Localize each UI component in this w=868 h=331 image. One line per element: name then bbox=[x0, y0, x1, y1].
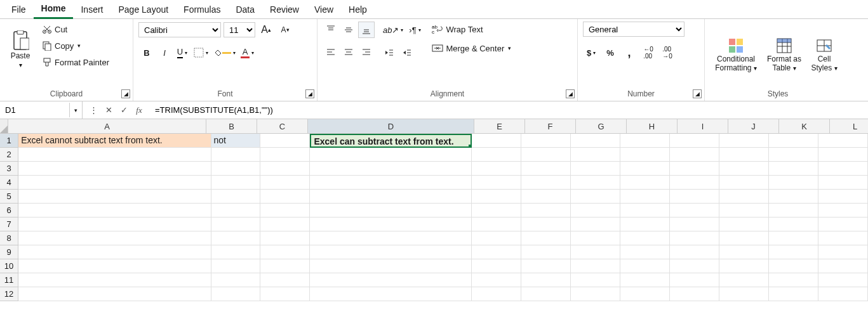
tab-review[interactable]: Review bbox=[262, 1, 307, 18]
decrease-indent-button[interactable] bbox=[381, 44, 397, 61]
cell-L10[interactable] bbox=[818, 259, 868, 273]
cell-B8[interactable] bbox=[211, 231, 261, 245]
tab-view[interactable]: View bbox=[307, 1, 341, 18]
cell-A1[interactable]: Excel cannot subtract text from text. bbox=[18, 134, 211, 148]
font-size-select[interactable]: 11 bbox=[224, 22, 255, 37]
increase-font-button[interactable]: A▴ bbox=[258, 22, 274, 38]
align-left-button[interactable] bbox=[323, 44, 339, 61]
cell-J10[interactable] bbox=[719, 259, 769, 273]
text-direction-button[interactable]: ›¶▾ bbox=[406, 22, 423, 38]
cell-K9[interactable] bbox=[769, 245, 818, 259]
comma-style-button[interactable]: , bbox=[621, 44, 638, 61]
cell-E11[interactable] bbox=[472, 273, 521, 287]
cell-A2[interactable] bbox=[18, 148, 211, 162]
cell-B6[interactable] bbox=[211, 204, 261, 217]
cell-F11[interactable] bbox=[521, 273, 571, 287]
cell-D1[interactable]: Excel can subtract text from text. bbox=[310, 134, 472, 148]
decrease-font-button[interactable]: A▾ bbox=[277, 22, 293, 38]
cell-F10[interactable] bbox=[521, 259, 571, 273]
cell-I10[interactable] bbox=[670, 259, 719, 273]
alignment-launcher[interactable]: ◢ bbox=[566, 89, 575, 98]
cell-C11[interactable] bbox=[260, 273, 310, 287]
row-header-5[interactable]: 5 bbox=[0, 190, 18, 204]
cell-D6[interactable] bbox=[310, 204, 472, 217]
column-header-B[interactable]: B bbox=[206, 119, 257, 133]
row-header-11[interactable]: 11 bbox=[0, 273, 18, 287]
cell-G10[interactable] bbox=[571, 259, 620, 273]
name-box[interactable] bbox=[0, 103, 70, 117]
cell-B9[interactable] bbox=[211, 245, 261, 259]
cell-C2[interactable] bbox=[260, 148, 310, 162]
paste-button[interactable]: Paste ▾ bbox=[5, 22, 36, 77]
cell-B11[interactable] bbox=[211, 273, 261, 287]
cell-E1[interactable] bbox=[472, 134, 521, 148]
cell-H8[interactable] bbox=[620, 231, 670, 245]
cell-A5[interactable] bbox=[18, 190, 211, 204]
cell-D9[interactable] bbox=[310, 245, 472, 259]
cell-I3[interactable] bbox=[670, 162, 719, 176]
borders-button[interactable]: ▾ bbox=[192, 44, 210, 61]
increase-indent-button[interactable] bbox=[399, 44, 415, 61]
cell-E3[interactable] bbox=[472, 162, 521, 176]
cell-B1[interactable]: not bbox=[211, 134, 261, 148]
column-header-L[interactable]: L bbox=[830, 119, 868, 133]
merge-center-button[interactable]: Merge & Center ▾ bbox=[429, 41, 514, 56]
cell-D8[interactable] bbox=[310, 231, 472, 245]
enter-formula-button[interactable]: ✓ bbox=[118, 105, 130, 116]
row-header-3[interactable]: 3 bbox=[0, 162, 18, 176]
cell-J8[interactable] bbox=[719, 231, 769, 245]
cell-K10[interactable] bbox=[769, 259, 818, 273]
cell-F12[interactable] bbox=[521, 287, 571, 301]
cell-G2[interactable] bbox=[571, 148, 620, 162]
cell-E12[interactable] bbox=[472, 287, 521, 301]
cell-E6[interactable] bbox=[472, 204, 521, 217]
column-header-C[interactable]: C bbox=[257, 119, 308, 133]
number-launcher[interactable]: ◢ bbox=[693, 89, 702, 98]
cell-C10[interactable] bbox=[260, 259, 310, 273]
cell-E4[interactable] bbox=[472, 176, 521, 190]
cell-J3[interactable] bbox=[719, 162, 769, 176]
cell-D2[interactable] bbox=[310, 148, 472, 162]
cell-C4[interactable] bbox=[260, 176, 310, 190]
row-header-7[interactable]: 7 bbox=[0, 217, 18, 231]
cell-C1[interactable] bbox=[260, 134, 310, 148]
cell-H11[interactable] bbox=[620, 273, 670, 287]
formula-input[interactable] bbox=[150, 103, 868, 117]
cell-C8[interactable] bbox=[260, 231, 310, 245]
cell-F7[interactable] bbox=[521, 217, 571, 231]
cell-K12[interactable] bbox=[769, 287, 818, 301]
cell-C5[interactable] bbox=[260, 190, 310, 204]
cell-K11[interactable] bbox=[769, 273, 818, 287]
cell-G11[interactable] bbox=[571, 273, 620, 287]
cell-L8[interactable] bbox=[818, 231, 868, 245]
cell-H4[interactable] bbox=[620, 176, 670, 190]
cell-G8[interactable] bbox=[571, 231, 620, 245]
format-as-table-button[interactable]: Format asTable ▾ bbox=[762, 27, 806, 83]
column-header-F[interactable]: F bbox=[525, 119, 576, 133]
row-header-2[interactable]: 2 bbox=[0, 148, 18, 162]
cell-J2[interactable] bbox=[719, 148, 769, 162]
cell-B3[interactable] bbox=[211, 162, 261, 176]
column-header-J[interactable]: J bbox=[728, 119, 779, 133]
align-middle-button[interactable] bbox=[340, 22, 357, 38]
cell-I11[interactable] bbox=[670, 273, 719, 287]
cell-I1[interactable] bbox=[670, 134, 719, 148]
row-header-8[interactable]: 8 bbox=[0, 231, 18, 245]
cell-C7[interactable] bbox=[260, 217, 310, 231]
cell-J5[interactable] bbox=[719, 190, 769, 204]
cell-E9[interactable] bbox=[472, 245, 521, 259]
cell-D3[interactable] bbox=[310, 162, 472, 176]
conditional-formatting-button[interactable]: ConditionalFormatting ▾ bbox=[710, 27, 762, 83]
column-header-G[interactable]: G bbox=[576, 119, 627, 133]
cell-J11[interactable] bbox=[719, 273, 769, 287]
cell-H9[interactable] bbox=[620, 245, 670, 259]
tab-data[interactable]: Data bbox=[228, 1, 262, 18]
cell-C3[interactable] bbox=[260, 162, 310, 176]
cell-A3[interactable] bbox=[18, 162, 211, 176]
cell-D11[interactable] bbox=[310, 273, 472, 287]
cell-G12[interactable] bbox=[571, 287, 620, 301]
cell-G7[interactable] bbox=[571, 217, 620, 231]
font-color-button[interactable]: A▾ bbox=[239, 44, 256, 61]
cell-K8[interactable] bbox=[769, 231, 818, 245]
cell-E8[interactable] bbox=[472, 231, 521, 245]
